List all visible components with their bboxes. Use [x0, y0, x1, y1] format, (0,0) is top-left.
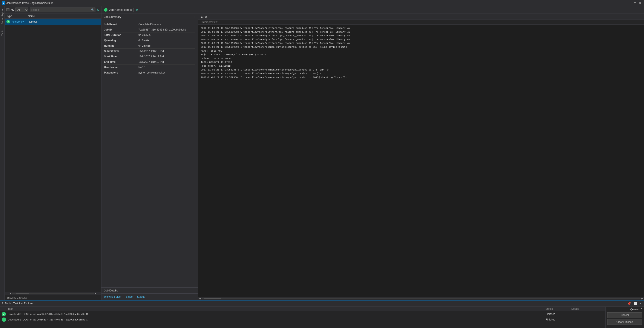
stderr-preview-label: Stderr preview — [198, 20, 644, 25]
server-explorer-label[interactable]: Server Explorer — [1, 6, 4, 26]
task-explorer: AI Tools - Task List Explorer 📌 ⬜ × Task… — [0, 300, 644, 328]
summary-key: Running — [104, 44, 138, 47]
error-panel: Error Stderr preview 2017-11-08 21:17:03… — [198, 14, 644, 300]
task-row[interactable]: ✓ Download STDOUT of job 7ca56537-f31e-4… — [0, 317, 605, 322]
summary-value: 11/8/2017 1:16:13 PM — [138, 55, 196, 58]
refresh-button[interactable]: ↻ — [97, 8, 100, 12]
stderr-line: 2017-11-08 21:17:03.135920: W tensorflow… — [201, 42, 642, 45]
job-header: ✓ Job Name: jobtest ↻ — [102, 6, 644, 14]
my-label: My — [11, 8, 14, 12]
stderr-content: 2017-11-08 21:17:03.135860: W tensorflow… — [198, 25, 644, 296]
h-scroll-area: ◀ ▶ — [5, 292, 101, 295]
end-time-key: End Time — [104, 60, 138, 64]
task-status: Finished — [546, 312, 571, 316]
job-summary-panel: Job Summary ‹ Job Result CompletedSucces… — [102, 14, 198, 300]
summary-key: Job Result — [104, 23, 138, 26]
stderr-scroll-track[interactable] — [202, 298, 640, 299]
summary-row: Queueing 0h 0m 0s — [104, 38, 196, 43]
stderr-line: 2017-11-08 21:17:03.135860: W tensorflow… — [201, 26, 642, 30]
stderr-hscroll: ◀ ▶ — [198, 296, 644, 300]
filter-select[interactable]: All — [16, 8, 28, 12]
summary-panel-title: Job Summary — [104, 15, 121, 18]
task-row[interactable]: ✓ Download STDOUT of job 7ca56537-f31e-4… — [0, 311, 605, 317]
app-icon: J — [2, 1, 5, 5]
search-icon[interactable]: 🔍 — [91, 8, 94, 12]
queued-label: Queued: 0 — [607, 308, 642, 311]
close-task-panel-button[interactable]: × — [639, 301, 642, 306]
job-status-icon: ✓ — [6, 20, 10, 24]
job-details-title: Job Details — [104, 289, 118, 292]
summary-row: Job Result CompletedSuccess — [104, 22, 196, 27]
title-bar-close[interactable]: × — [638, 1, 642, 5]
summary-key: Queueing — [104, 39, 138, 42]
stderr-line: name: Tesla K80 — [201, 49, 642, 53]
summary-row: Parameters python convolutional.py — [104, 70, 196, 75]
left-toolbar: My All 🔍 ↻ — [5, 6, 101, 14]
search-input[interactable] — [31, 8, 91, 12]
h-scrollbar-thumb — [16, 293, 29, 294]
job-item[interactable]: ✓ TensorFlow jobtest — [5, 19, 101, 25]
stderr-scroll-left[interactable]: ◀ — [198, 297, 202, 300]
stderr-line: 2017-11-08 21:17:03.569371: I tensorflow… — [201, 72, 642, 76]
summary-key: User Name — [104, 66, 138, 69]
job-header-icon: ✓ — [104, 8, 108, 12]
job-type: TensorFlow — [11, 20, 29, 23]
job-refresh-button[interactable]: ↻ — [136, 8, 138, 12]
error-panel-header: Error — [198, 14, 644, 20]
task-status-icon: ✓ — [2, 318, 6, 322]
summary-value: lisa16 — [138, 66, 196, 69]
summary-panel-header: Job Summary ‹ — [102, 14, 198, 20]
title-bar-dropdown[interactable]: ▼ — [634, 2, 636, 4]
end-time-value: 11/8/2017 1:19:10 PM — [138, 60, 196, 64]
stderr-line: 2017-11-08 21:17:03.135916: W tensorflow… — [201, 38, 642, 42]
summary-row: End Time 11/8/2017 1:19:10 PM — [104, 59, 196, 65]
search-box: 🔍 — [30, 8, 96, 12]
stderr-line: 2017-11-08 21:17:03.568989: I tensorflow… — [201, 45, 642, 49]
type-column-header: Type — [6, 14, 28, 18]
summary-row: Running 0h 2m 56s — [104, 43, 196, 48]
stderr-scroll-right[interactable]: ▶ — [640, 297, 644, 300]
maximize-button[interactable]: ⬜ — [632, 301, 638, 306]
summary-key: Parameters — [104, 71, 138, 74]
h-scrollbar-track[interactable] — [12, 293, 94, 294]
job-details-section: Job Details Working Folder Stderr Stdout — [102, 288, 198, 300]
pin-button[interactable]: 📌 — [626, 301, 632, 306]
summary-row: Total Duration 0h 2m 56s — [104, 32, 196, 38]
summary-value: 0h 0m 0s — [138, 39, 196, 42]
summary-row: Submit Time 11/8/2017 1:16:13 PM — [104, 48, 196, 54]
right-area: ✓ Job Name: jobtest ↻ Job Summary ‹ Job … — [102, 6, 644, 300]
left-panel: My All 🔍 ↻ Type Name ✓ TensorFlow jobtes… — [5, 6, 102, 300]
task-header-controls: 📌 ⬜ × — [626, 301, 642, 306]
summary-collapse-button[interactable]: ‹ — [194, 15, 196, 18]
clear-finished-button[interactable]: Clear Finished — [607, 319, 642, 325]
summary-key: Job ID — [104, 28, 138, 31]
column-headers: Type Name — [5, 14, 101, 19]
task-list: ✓ Download STDOUT of job 7ca56537-f31e-4… — [0, 311, 605, 328]
task-main: Task Status Details ✓ Download STDOUT of… — [0, 307, 605, 328]
side-strip: Server Explorer Toolbox — [0, 6, 5, 300]
stderr-line: Total memory: 11.17GiB — [201, 60, 642, 64]
title-bar-text: Job Browser: rm:de...ingmachine/default — [6, 2, 634, 4]
summary-row: Start Time 11/8/2017 1:16:13 PM — [104, 54, 196, 59]
cancel-button[interactable]: Cancel — [607, 312, 642, 318]
stderr-scroll-thumb — [204, 298, 221, 299]
stderr-line: major: 3 minor: 7 memoryClockRate (GHz) … — [201, 53, 642, 57]
task-col-header: Task — [8, 307, 546, 310]
scroll-right-arrow[interactable]: ▶ — [94, 292, 97, 295]
toolbox-label[interactable]: Toolbox — [1, 26, 4, 38]
my-checkbox[interactable] — [6, 8, 10, 12]
job-details-links: Working Folder Stderr Stdout — [102, 294, 198, 300]
title-bar: J Job Browser: rm:de...ingmachine/defaul… — [0, 0, 644, 6]
status-bar: Showing 1 results — [5, 295, 101, 300]
stderr-line: 2017-11-08 21:17:03.569357: I tensorflow… — [201, 68, 642, 72]
scroll-left-arrow[interactable]: ◀ — [9, 292, 12, 295]
status-col-header: Status — [546, 307, 571, 310]
content-panels: Job Summary ‹ Job Result CompletedSucces… — [102, 14, 644, 300]
task-explorer-title: AI Tools - Task List Explorer — [2, 302, 34, 305]
task-name: Download STDOUT of job 7ca56537-f31e-474… — [8, 313, 546, 315]
task-icon-col — [2, 307, 8, 310]
stdout-link[interactable]: Stdout — [137, 295, 145, 298]
working-folder-link[interactable]: Working Folder — [104, 295, 122, 298]
task-name: Download STDOUT of job 7ca56537-f31e-474… — [8, 318, 546, 321]
stderr-link[interactable]: Stderr — [126, 295, 133, 298]
